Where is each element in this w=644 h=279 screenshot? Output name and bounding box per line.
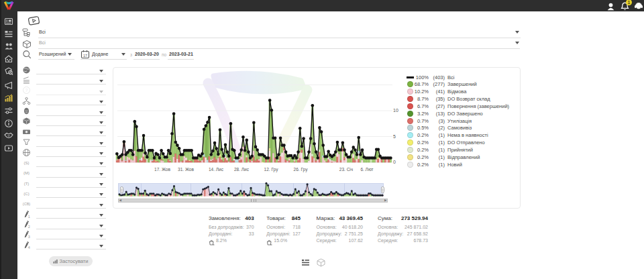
svg-text:{S}: {S} [23,161,29,165]
svg-text:3: 3 [28,235,30,239]
svg-text:{CB}: {CB} [23,202,30,206]
svg-text:4: 4 [28,245,30,249]
svg-text:{M}: {M} [23,171,30,175]
svg-text:{C}: {C} [23,192,29,196]
svg-text:{T}: {T} [24,181,30,185]
svg-text:?: ? [25,88,28,93]
svg-text:1: 1 [28,215,30,219]
svg-text:2: 2 [28,225,30,229]
